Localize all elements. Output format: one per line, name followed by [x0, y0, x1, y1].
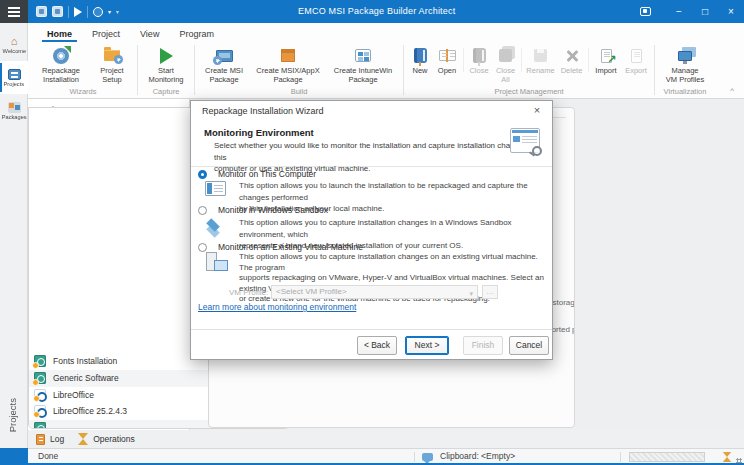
dialog-titlebar[interactable]: Repackage Installation Wizard ×	[191, 101, 552, 122]
create-msix-appx-package-icon	[276, 45, 300, 66]
home-icon: ⌂	[11, 36, 18, 47]
sidebar-item-projects[interactable]: Projects	[0, 61, 28, 94]
back-button[interactable]: < Back	[357, 336, 397, 355]
option-label[interactable]: Monitor on an Existing Virtual Machine	[218, 242, 363, 252]
sidebar-item-label: Welcome	[2, 48, 26, 54]
cancel-button[interactable]: Cancel	[509, 336, 549, 355]
hourglass-icon	[78, 433, 88, 445]
dialog-title: Repackage Installation Wizard	[202, 106, 324, 116]
repackage-installation-icon	[49, 45, 73, 66]
window-title: EMCO MSI Package Builder Architect	[298, 0, 455, 23]
close-project-icon	[467, 45, 491, 66]
delete-button: Delete	[557, 43, 586, 86]
libreoffice-icon	[34, 389, 46, 401]
packages-icon	[8, 102, 21, 113]
theme-icon[interactable]	[640, 7, 651, 16]
clipboard-status: Clipboard: <Empty>	[440, 451, 515, 461]
new-icon	[408, 45, 432, 66]
sidebar-item-welcome[interactable]: ⌂ Welcome	[0, 28, 28, 61]
tab-view[interactable]: View	[131, 27, 168, 42]
app-window: ▾ ▾ EMCO MSI Package Builder Architect −…	[0, 0, 744, 465]
dialog-close-icon[interactable]: ×	[530, 104, 544, 116]
project-setup-icon	[100, 45, 124, 66]
chevron-down-icon: ▾	[469, 288, 473, 300]
software-icon	[34, 422, 46, 429]
group-label: Build	[198, 86, 400, 98]
import-button[interactable]: Import	[591, 43, 621, 86]
tab-project[interactable]: Project	[83, 27, 129, 42]
divider	[414, 452, 415, 462]
qat-run-icon[interactable]	[74, 7, 82, 17]
close-project-button: Close	[466, 43, 492, 86]
group-virtualization: Manage VM Profiles Virtualization	[658, 42, 712, 98]
repackage-installation-button[interactable]: Repackage Installation	[32, 43, 90, 86]
open-icon	[435, 45, 459, 66]
project-setup-button[interactable]: Project Setup	[90, 43, 134, 86]
chat-icon[interactable]	[422, 453, 433, 461]
delete-icon	[560, 45, 584, 66]
tab-home[interactable]: Home	[38, 27, 81, 42]
ribbon-collapse-icon[interactable]: ^	[730, 86, 734, 95]
sidebar-item-packages[interactable]: Packages	[0, 94, 28, 127]
titlebar: ▾ ▾ EMCO MSI Package Builder Architect −…	[0, 0, 744, 23]
group-label: Wizards	[32, 86, 134, 98]
minimize-button[interactable]: −	[666, 0, 692, 23]
create-msi-package-button[interactable]: Create MSI Package	[198, 43, 250, 86]
group-label: Virtualization	[658, 86, 712, 98]
create-msi-package-icon	[212, 45, 236, 66]
dialog-header: Monitoring Environment Select whether yo…	[191, 122, 552, 167]
divider	[463, 48, 464, 72]
group-capture: Start Monitoring Capture	[141, 42, 191, 98]
create-intunewin-package-button[interactable]: Create IntuneWin Package	[326, 43, 400, 86]
rename-icon	[529, 45, 553, 66]
virtual-machine-icon	[206, 252, 228, 271]
dialog-footer: < Back Next > Finish Cancel	[191, 329, 552, 359]
rename-button: Rename	[524, 43, 557, 86]
vm-profile-label: VM Profile:	[229, 288, 268, 297]
divider	[194, 45, 195, 95]
quick-access-toolbar: ▾ ▾	[36, 0, 119, 23]
log-tab[interactable]: Log	[36, 434, 64, 445]
start-monitoring-button[interactable]: Start Monitoring	[141, 43, 191, 86]
close-all-button: Close All	[492, 43, 519, 86]
manage-vm-profiles-button[interactable]: Manage VM Profiles	[658, 43, 712, 86]
tab-program[interactable]: Program	[170, 27, 223, 42]
learn-more-link[interactable]: Learn more about monitoring environment	[198, 302, 356, 312]
wizard-header-icon	[510, 128, 540, 153]
qat-project-icon[interactable]	[52, 6, 63, 17]
bottom-dock-bar: Log Operations	[28, 430, 744, 448]
close-button[interactable]: ×	[718, 0, 744, 23]
qat-dropdown-icon[interactable]: ▾	[108, 9, 111, 15]
vm-profile-browse-button: …	[482, 285, 498, 299]
open-button[interactable]: Open	[433, 43, 461, 86]
sidebar-item-label: Packages	[1, 114, 26, 120]
operations-tab[interactable]: Operations	[78, 433, 135, 445]
window-controls: − □ ×	[640, 0, 744, 23]
hamburger-menu-icon[interactable]	[0, 0, 28, 23]
progress-placeholder	[629, 452, 705, 462]
divider	[87, 6, 88, 18]
option-label[interactable]: Monitor on This Computer	[218, 169, 316, 179]
qat-repackage-icon[interactable]	[36, 6, 47, 17]
group-wizards: Repackage Installation Project Setup Wiz…	[32, 42, 134, 98]
qat-refresh-icon[interactable]	[93, 7, 103, 17]
qat-customize-icon[interactable]: ▾	[116, 9, 119, 15]
create-msix-appx-package-button[interactable]: Create MSIX/AppX Package	[250, 43, 326, 86]
software-icon	[34, 372, 46, 384]
maximize-button[interactable]: □	[692, 0, 718, 23]
option-label[interactable]: Monitor in Windows Sandbox	[218, 205, 328, 215]
next-button[interactable]: Next >	[405, 336, 449, 355]
this-computer-icon	[205, 181, 226, 196]
windows-sandbox-icon	[207, 219, 221, 233]
radio-monitor-this-computer[interactable]	[198, 170, 207, 179]
radio-windows-sandbox[interactable]	[198, 206, 207, 215]
finish-button: Finish	[463, 336, 503, 355]
import-icon	[594, 45, 618, 66]
radio-existing-virtual-machine[interactable]	[198, 243, 207, 252]
divider	[68, 6, 69, 18]
export-icon	[624, 45, 648, 66]
new-button[interactable]: New	[407, 43, 433, 86]
dock-tab-projects[interactable]: Projects	[7, 398, 18, 432]
manage-vm-profiles-icon	[673, 45, 697, 66]
divider	[654, 45, 655, 95]
